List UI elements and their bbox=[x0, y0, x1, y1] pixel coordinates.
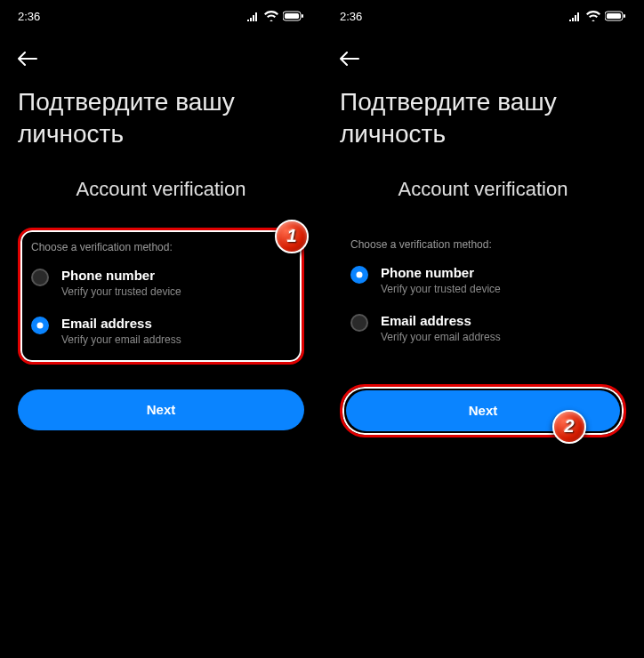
option-text: Phone number Verify your trusted device bbox=[61, 268, 291, 298]
status-bar: 2:36 bbox=[322, 0, 644, 32]
radio-selected-icon bbox=[31, 317, 49, 334]
back-button[interactable] bbox=[322, 32, 644, 79]
radio-unselected-icon bbox=[31, 269, 49, 286]
status-icons bbox=[247, 11, 304, 21]
option-desc: Verify your trusted device bbox=[61, 285, 291, 298]
svg-rect-1 bbox=[285, 13, 299, 19]
radio-selected-icon bbox=[350, 266, 368, 284]
svg-rect-4 bbox=[607, 13, 621, 19]
option-desc: Verify your email address bbox=[381, 331, 616, 343]
option-desc: Verify your email address bbox=[61, 333, 291, 346]
status-time: 2:36 bbox=[340, 10, 362, 23]
option-text: Email address Verify your email address bbox=[381, 313, 616, 343]
status-icons bbox=[569, 11, 626, 21]
option-title: Phone number bbox=[61, 268, 291, 283]
option-email-address[interactable]: Email address Verify your email address bbox=[31, 316, 291, 346]
method-label: Choose a verification method: bbox=[350, 238, 616, 251]
verification-method-panel: 1 Choose a verification method: Phone nu… bbox=[18, 228, 304, 365]
battery-icon bbox=[283, 11, 304, 21]
page-title: Подтвердите вашу личность bbox=[322, 79, 644, 178]
next-button[interactable]: Next bbox=[18, 389, 304, 430]
svg-rect-2 bbox=[302, 14, 303, 18]
status-bar: 2:36 bbox=[0, 0, 322, 32]
phone-screen-left: 2:36 Подтвердите вашу личность Account v… bbox=[0, 0, 322, 658]
back-button[interactable] bbox=[0, 32, 322, 79]
option-title: Email address bbox=[381, 313, 616, 328]
annotation-badge-1: 1 bbox=[275, 220, 309, 253]
option-desc: Verify your trusted device bbox=[381, 283, 616, 295]
option-phone-number[interactable]: Phone number Verify your trusted device bbox=[31, 268, 291, 298]
option-text: Phone number Verify your trusted device bbox=[381, 265, 616, 295]
svg-rect-5 bbox=[624, 14, 625, 18]
next-button-wrap: Next 2 bbox=[340, 384, 626, 437]
option-title: Phone number bbox=[381, 265, 616, 280]
wifi-icon bbox=[586, 11, 600, 21]
status-time: 2:36 bbox=[18, 10, 40, 23]
option-text: Email address Verify your email address bbox=[61, 316, 291, 346]
verification-method-panel: Choose a verification method: Phone numb… bbox=[340, 228, 626, 359]
wifi-icon bbox=[264, 11, 278, 21]
next-button-wrap: Next bbox=[18, 389, 304, 430]
annotation-badge-2: 2 bbox=[552, 410, 586, 444]
page-title: Подтвердите вашу личность bbox=[0, 79, 322, 178]
option-email-address[interactable]: Email address Verify your email address bbox=[350, 313, 616, 343]
option-phone-number[interactable]: Phone number Verify your trusted device bbox=[350, 265, 616, 295]
page-subtitle: Account verification bbox=[322, 178, 644, 201]
page-subtitle: Account verification bbox=[0, 178, 322, 201]
battery-icon bbox=[605, 11, 626, 21]
option-title: Email address bbox=[61, 316, 291, 331]
signal-icon bbox=[247, 11, 260, 21]
radio-unselected-icon bbox=[350, 314, 368, 332]
method-label: Choose a verification method: bbox=[31, 241, 291, 253]
phone-screen-right: 2:36 Подтвердите вашу личность Account v… bbox=[322, 0, 644, 658]
signal-icon bbox=[569, 11, 582, 21]
screenshot-container: 2:36 Подтвердите вашу личность Account v… bbox=[0, 0, 644, 658]
